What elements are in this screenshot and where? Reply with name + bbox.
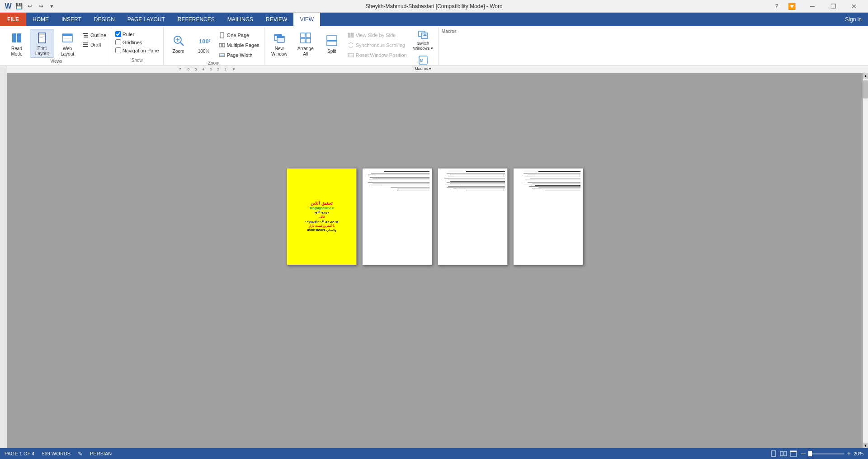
new-window-btn[interactable]: NewWindow — [267, 29, 292, 58]
ruler-marker: ▼ — [232, 67, 236, 71]
ruler-checkbox[interactable] — [115, 31, 121, 37]
read-mode-btn[interactable]: ReadMode — [5, 29, 29, 58]
svg-rect-4 — [39, 36, 45, 37]
svg-rect-7 — [62, 34, 72, 36]
help-btn[interactable]: ? — [772, 2, 781, 11]
view-side-by-side-btn[interactable]: View Side by Side — [346, 31, 409, 40]
read-mode-label: ReadMode — [11, 46, 22, 57]
redo-quick-btn[interactable]: ↪ — [36, 2, 45, 11]
page-2-content — [363, 169, 432, 265]
one-page-btn[interactable]: One Page — [217, 31, 261, 40]
zoom-100-icon: 100% — [197, 33, 211, 48]
save-quick-btn[interactable]: 💾 — [14, 2, 24, 11]
split-icon — [325, 33, 339, 48]
svg-rect-3 — [39, 34, 45, 35]
tab-insert[interactable]: INSERT — [55, 13, 88, 26]
vertical-scrollbar[interactable]: ▲ ▼ — [863, 73, 868, 448]
ad-sub2: فایل — [319, 215, 325, 219]
sign-in-btn[interactable]: Sign in — [839, 16, 868, 23]
ribbon-group-zoom: Zoom 100% 100% One Page Multi — [164, 27, 264, 65]
close-btn[interactable]: ✕ — [844, 0, 864, 13]
switch-windows-btn[interactable]: SwitchWindows ▾ — [410, 29, 436, 51]
customize-quick-btn[interactable]: ▾ — [47, 2, 56, 11]
tab-home[interactable]: HOME — [26, 13, 55, 26]
web-view-status-icon[interactable] — [789, 450, 797, 458]
ruler-3: 3 — [210, 67, 212, 71]
svg-rect-49 — [790, 451, 797, 452]
ribbon-toggle-btn[interactable]: 🔽 — [781, 0, 802, 13]
tab-review[interactable]: REVIEW — [259, 13, 293, 26]
restore-btn[interactable]: ❐ — [823, 0, 844, 13]
svg-rect-45 — [771, 451, 776, 456]
scroll-track[interactable] — [863, 79, 868, 443]
document-area: تحقیق آنلاین Tahghighonline.ir مرجع دانل… — [7, 73, 863, 448]
ad-content: تحقیق آنلاین Tahghighonline.ir مرجع دانل… — [287, 169, 356, 265]
scroll-thumb[interactable] — [863, 80, 868, 98]
ruler-5: 5 — [195, 67, 197, 71]
tab-file[interactable]: FILE — [0, 13, 26, 26]
page-4-thumb[interactable] — [513, 168, 583, 265]
draft-btn[interactable]: Draft — [80, 40, 108, 49]
tab-page-layout[interactable]: PAGE LAYOUT — [121, 13, 171, 26]
ruler-checkbox-label[interactable]: Ruler — [114, 31, 160, 37]
zoom-level: 20% — [854, 451, 863, 456]
full-read-status-icon[interactable] — [779, 450, 788, 458]
arrange-all-btn[interactable]: ArrangeAll — [293, 29, 318, 58]
ribbon-group-window: NewWindow ArrangeAll — [264, 27, 439, 65]
new-window-label: NewWindow — [271, 46, 288, 57]
zoom-slider-handle[interactable] — [808, 451, 812, 456]
ribbon-tabs: FILE HOME INSERT DESIGN PAGE LAYOUT REFE… — [0, 13, 868, 26]
outline-draft-col: Outline Draft — [80, 29, 108, 49]
ad-sub1: مرجع دانلود — [314, 211, 330, 214]
nav-pane-checkbox[interactable] — [115, 47, 121, 53]
synchronous-scrolling-btn[interactable]: Synchronous Scrolling — [346, 41, 409, 50]
tab-mailings[interactable]: MAILINGS — [221, 13, 259, 26]
language-indicator: PERSIAN — [90, 451, 112, 456]
page-1-thumb[interactable]: تحقیق آنلاین Tahghighonline.ir مرجع دانل… — [287, 168, 357, 265]
page-width-btn[interactable]: Page Width — [217, 51, 261, 60]
svg-rect-12 — [83, 42, 88, 43]
ruler-corner — [0, 66, 7, 73]
print-view-status-icon[interactable] — [769, 450, 778, 458]
scroll-up-btn[interactable]: ▲ — [863, 73, 868, 79]
ruler-2: 2 — [217, 67, 219, 71]
tab-references[interactable]: REFERENCES — [171, 13, 221, 26]
ruler-4: 4 — [202, 67, 204, 71]
tab-view[interactable]: VIEW — [293, 13, 320, 26]
macros-group-label: Macros — [442, 28, 457, 35]
nav-pane-checkbox-label[interactable]: Navigation Pane — [114, 47, 160, 54]
status-bar: PAGE 1 OF 4 569 WORDS ✎ PERSIAN ─ + 20% — [0, 448, 868, 459]
views-group-items: ReadMode PrintLayout — [5, 28, 108, 58]
zoom-out-btn[interactable]: ─ — [801, 450, 806, 457]
window-right-col: View Side by Side Synchronous Scrolling … — [346, 29, 409, 60]
svg-text:100%: 100% — [199, 38, 210, 45]
gridlines-checkbox-label[interactable]: Gridlines — [114, 39, 160, 46]
show-group-items: Ruler Gridlines Navigation Pane — [114, 28, 160, 57]
outline-btn[interactable]: Outline — [80, 31, 108, 40]
svg-rect-21 — [219, 43, 222, 47]
multiple-pages-btn[interactable]: Multiple Pages — [217, 41, 261, 50]
split-btn[interactable]: Split — [320, 29, 344, 58]
page-2-thumb[interactable] — [362, 168, 432, 265]
tab-design[interactable]: DESIGN — [88, 13, 121, 26]
read-mode-icon — [9, 31, 24, 45]
gridlines-checkbox[interactable] — [115, 39, 121, 45]
web-layout-icon — [60, 31, 75, 45]
title-bar: W 💾 ↩ ↪ ▾ Sheykh-Mahmud-Shabastari [Comp… — [0, 0, 868, 13]
web-layout-btn[interactable]: WebLayout — [55, 29, 80, 58]
scroll-down-btn[interactable]: ▼ — [863, 443, 868, 448]
zoom-100-btn[interactable]: 100% 100% — [192, 29, 216, 58]
minimize-btn[interactable]: ─ — [802, 0, 823, 13]
undo-quick-btn[interactable]: ↩ — [25, 2, 34, 11]
zoom-icon — [171, 33, 186, 48]
zoom-in-btn[interactable]: + — [847, 450, 851, 457]
reset-window-position-btn[interactable]: Reset Window Position — [346, 51, 409, 60]
word-count: 569 WORDS — [42, 451, 71, 456]
svg-rect-36 — [348, 33, 350, 37]
view-side-label: View Side by Side — [356, 33, 396, 38]
ad-sub3: ورد-پی دی اف - پاورپوینت — [305, 220, 338, 223]
zoom-slider-track[interactable] — [808, 453, 844, 454]
zoom-btn[interactable]: Zoom — [166, 29, 191, 58]
page-3-thumb[interactable] — [438, 168, 508, 265]
print-layout-btn[interactable]: PrintLayout — [30, 29, 54, 58]
